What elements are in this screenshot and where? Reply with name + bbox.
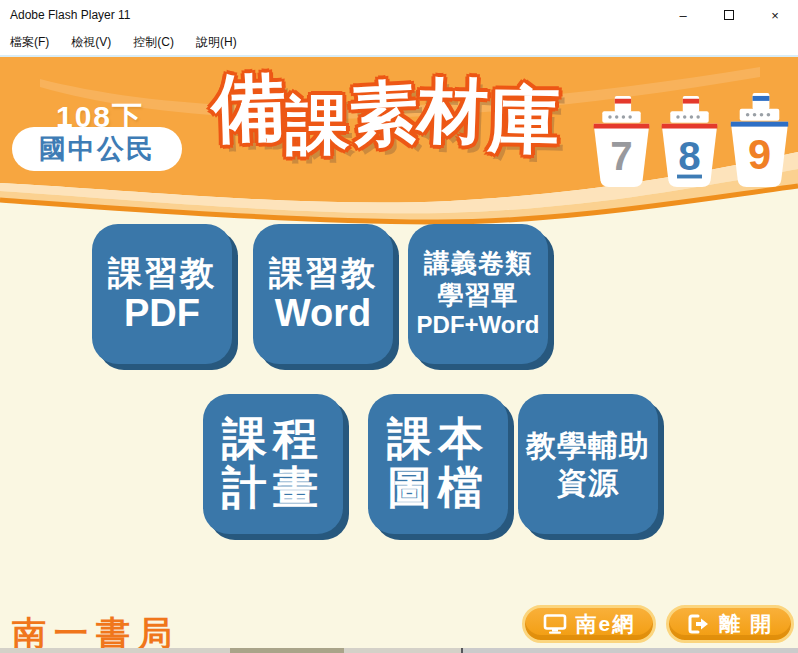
titlebar: Adobe Flash Player 11 – × — [0, 0, 798, 30]
title-char: 素 — [348, 67, 421, 161]
close-button[interactable]: × — [752, 0, 798, 30]
button-curriculum-plan[interactable]: 課程 計畫 — [203, 394, 343, 534]
title-char: 材 — [416, 64, 489, 160]
exit-button[interactable]: 離 開 — [666, 605, 794, 643]
publisher-logo: 南一書局 — [12, 611, 180, 648]
tile-label: PDF — [124, 293, 200, 335]
tile-label: 圖檔 — [387, 464, 489, 513]
button-textbook-pdf[interactable]: 課習教 PDF — [92, 224, 232, 364]
menu-control[interactable]: 控制(C) — [133, 34, 174, 51]
tile-label: 講義卷類 — [424, 248, 532, 279]
grade-8-boat-selected[interactable]: 8 — [658, 93, 721, 189]
button-textbook-word[interactable]: 課習教 Word — [253, 224, 393, 364]
subject-badge: 國中公民 — [12, 127, 182, 171]
nani-web-label: 南e網 — [575, 610, 635, 638]
tile-label: 計畫 — [222, 464, 324, 513]
maximize-button[interactable] — [706, 0, 752, 30]
window-title: Adobe Flash Player 11 — [0, 8, 660, 22]
grade-7-number: 7 — [610, 133, 632, 179]
footer-buttons: 南e網 離 開 — [522, 605, 794, 643]
grade-9-boat[interactable]: 9 — [726, 90, 793, 189]
tile-label: 課程 — [222, 415, 324, 464]
tile-label: 課本 — [387, 415, 489, 464]
flash-stage: 108下 國中公民 備課素材庫 7 — [0, 57, 798, 648]
nani-web-button[interactable]: 南e網 — [522, 605, 656, 643]
button-textbook-images[interactable]: 課本 圖檔 — [368, 394, 508, 534]
maximize-icon — [724, 10, 734, 20]
title-char: 課 — [286, 82, 350, 169]
page-title: 備課素材庫 — [212, 59, 612, 159]
button-teaching-aids[interactable]: 教學輔助 資源 — [518, 394, 658, 534]
title-char: 備 — [210, 58, 287, 161]
window-controls: – × — [660, 0, 798, 30]
menubar: 檔案(F) 檢視(V) 控制(C) 說明(H) — [0, 30, 798, 55]
menu-help[interactable]: 說明(H) — [196, 34, 237, 51]
flash-player-window: Adobe Flash Player 11 – × 檔案(F) 檢視(V) 控制… — [0, 0, 798, 653]
tile-label: 課習教 — [108, 254, 216, 293]
minimize-button[interactable]: – — [660, 0, 706, 30]
grade-8-number: 8 — [678, 133, 700, 179]
exit-label: 離 開 — [719, 610, 773, 638]
tile-label: 學習單 — [438, 280, 519, 311]
grade-9-number: 9 — [748, 131, 771, 178]
monitor-icon — [543, 614, 567, 634]
title-char: 庫 — [487, 72, 561, 169]
menu-view[interactable]: 檢視(V) — [71, 34, 111, 51]
grade-8-selected-underline — [677, 175, 702, 179]
tile-label: PDF+Word — [417, 311, 540, 340]
tile-label: 教學輔助 — [526, 427, 650, 465]
button-handouts-worksheets[interactable]: 講義卷類 學習單 PDF+Word — [408, 224, 548, 364]
tile-label: 資源 — [557, 464, 619, 502]
tile-label: 課習教 — [269, 254, 377, 293]
tile-label: Word — [275, 293, 371, 335]
grade-selector: 7 8 9 — [590, 90, 793, 189]
window-bottom-edge — [0, 648, 798, 653]
grade-7-boat[interactable]: 7 — [590, 93, 653, 189]
menu-file[interactable]: 檔案(F) — [10, 34, 49, 51]
exit-icon — [687, 614, 711, 634]
